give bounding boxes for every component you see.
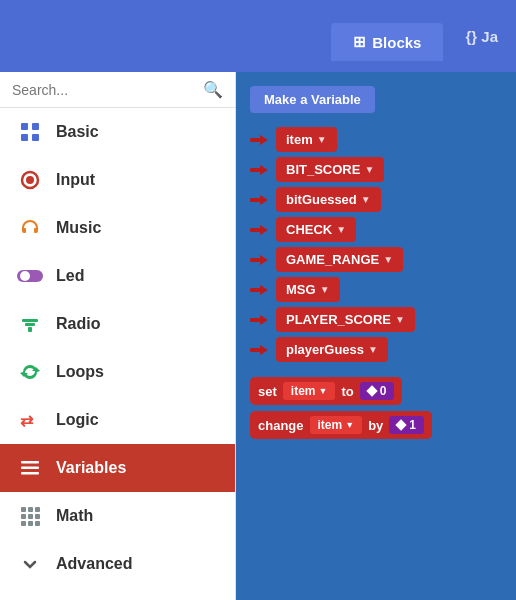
sidebar-item-logic[interactable]: ⇄ Logic — [0, 396, 235, 444]
logic-icon: ⇄ — [16, 406, 44, 434]
signal-icon — [16, 310, 44, 338]
variable-pill-row: BIT_SCORE ▼ — [250, 157, 502, 182]
set-block[interactable]: set item ▼ to 0 — [250, 377, 402, 405]
tab-blocks[interactable]: ⊞ Blocks — [331, 23, 443, 61]
variable-pill[interactable]: CHECK ▼ — [276, 217, 356, 242]
svg-rect-8 — [28, 327, 32, 332]
svg-point-7 — [20, 271, 30, 281]
svg-rect-23 — [35, 521, 40, 526]
variable-pill[interactable]: BIT_SCORE ▼ — [276, 157, 384, 182]
sidebar-label-logic: Logic — [56, 411, 99, 429]
make-variable-button[interactable]: Make a Variable — [250, 86, 375, 113]
change-diamond-icon — [396, 419, 407, 430]
variable-pill[interactable]: item ▼ — [276, 127, 337, 152]
svg-rect-10 — [22, 319, 38, 322]
sidebar-item-led[interactable]: Led — [0, 252, 235, 300]
svg-rect-14 — [21, 472, 39, 475]
sidebar-item-input[interactable]: Input — [0, 156, 235, 204]
sidebar-item-radio[interactable]: Radio — [0, 300, 235, 348]
app-header: ⊞ Blocks {} Ja — [0, 0, 516, 72]
math-icon — [16, 502, 44, 530]
set-to-label: to — [341, 384, 353, 399]
sidebar: 🔍 Basic Input Music — [0, 72, 236, 600]
variable-pill[interactable]: MSG ▼ — [276, 277, 340, 302]
variable-dropdown-arrow: ▼ — [361, 194, 371, 205]
variable-pill-row: item ▼ — [250, 127, 502, 152]
sidebar-label-basic: Basic — [56, 123, 99, 141]
change-by-label: by — [368, 418, 383, 433]
radio-circle-icon — [16, 166, 44, 194]
svg-rect-19 — [28, 514, 33, 519]
svg-rect-20 — [35, 514, 40, 519]
variable-pill-row: CHECK ▼ — [250, 217, 502, 242]
variable-pill-name: CHECK — [286, 222, 332, 237]
grid-icon — [16, 118, 44, 146]
set-value-label: 0 — [380, 384, 387, 398]
svg-rect-15 — [21, 507, 26, 512]
variable-pill[interactable]: PLAYER_SCORE ▼ — [276, 307, 415, 332]
set-var-name[interactable]: item ▼ — [283, 382, 336, 400]
variable-dropdown-arrow: ▼ — [383, 254, 393, 265]
svg-rect-1 — [32, 123, 39, 130]
svg-rect-2 — [21, 134, 28, 141]
search-icon: 🔍 — [203, 80, 223, 99]
change-var-name[interactable]: item ▼ — [310, 416, 363, 434]
change-keyword: change — [258, 418, 304, 433]
change-var-arrow: ▼ — [345, 420, 354, 430]
tab-js[interactable]: {} Ja — [447, 18, 516, 55]
variable-dropdown-arrow: ▼ — [336, 224, 346, 235]
svg-rect-9 — [25, 323, 35, 326]
variable-pill-name: GAME_RANGE — [286, 252, 379, 267]
sidebar-item-basic[interactable]: Basic — [0, 108, 235, 156]
tab-js-label: {} Ja — [465, 28, 498, 45]
sidebar-label-radio: Radio — [56, 315, 100, 333]
variable-pill[interactable]: playerGuess ▼ — [276, 337, 388, 362]
search-bar: 🔍 — [0, 72, 235, 108]
value-diamond-icon — [366, 385, 377, 396]
sidebar-item-music[interactable]: Music — [0, 204, 235, 252]
content-area: Make a Variable item ▼ BIT_SCORE ▼ — [236, 72, 516, 600]
sidebar-label-loops: Loops — [56, 363, 104, 381]
variable-pill-row: GAME_RANGE ▼ — [250, 247, 502, 272]
tab-blocks-label: Blocks — [372, 34, 421, 51]
variable-pills-list: item ▼ BIT_SCORE ▼ bitGuessed ▼ — [250, 127, 502, 362]
change-block[interactable]: change item ▼ by 1 — [250, 411, 432, 439]
variables-content: Make a Variable item ▼ BIT_SCORE ▼ — [244, 80, 508, 451]
set-keyword: set — [258, 384, 277, 399]
toggle-icon — [16, 262, 44, 290]
sidebar-label-led: Led — [56, 267, 84, 285]
variable-pill-row: playerGuess ▼ — [250, 337, 502, 362]
search-input[interactable] — [12, 82, 197, 98]
svg-point-5 — [26, 176, 34, 184]
variable-pill[interactable]: GAME_RANGE ▼ — [276, 247, 403, 272]
variable-dropdown-arrow: ▼ — [320, 284, 330, 295]
sidebar-item-advanced[interactable]: Advanced — [0, 540, 235, 588]
sidebar-item-math[interactable]: Math — [0, 492, 235, 540]
svg-rect-0 — [21, 123, 28, 130]
sidebar-label-input: Input — [56, 171, 95, 189]
sidebar-item-loops[interactable]: Loops — [0, 348, 235, 396]
sidebar-label-advanced: Advanced — [56, 555, 132, 573]
svg-rect-3 — [32, 134, 39, 141]
change-var-label: item — [318, 418, 343, 432]
variable-pill-name: BIT_SCORE — [286, 162, 360, 177]
variable-pill-name: MSG — [286, 282, 316, 297]
svg-rect-21 — [21, 521, 26, 526]
variable-pill[interactable]: bitGuessed ▼ — [276, 187, 381, 212]
blocks-icon: ⊞ — [353, 33, 366, 51]
variable-pill-row: PLAYER_SCORE ▼ — [250, 307, 502, 332]
sidebar-label-music: Music — [56, 219, 101, 237]
change-value-label: 1 — [409, 418, 416, 432]
svg-rect-16 — [28, 507, 33, 512]
svg-rect-13 — [21, 467, 39, 470]
variable-pill-name: playerGuess — [286, 342, 364, 357]
sidebar-item-variables[interactable]: Variables — [0, 444, 235, 492]
main-layout: 🔍 Basic Input Music — [0, 72, 516, 600]
set-value[interactable]: 0 — [360, 382, 395, 400]
svg-rect-18 — [21, 514, 26, 519]
svg-text:⇄: ⇄ — [20, 412, 34, 429]
variable-dropdown-arrow: ▼ — [395, 314, 405, 325]
change-value[interactable]: 1 — [389, 416, 424, 434]
svg-rect-12 — [21, 461, 39, 464]
svg-rect-17 — [35, 507, 40, 512]
